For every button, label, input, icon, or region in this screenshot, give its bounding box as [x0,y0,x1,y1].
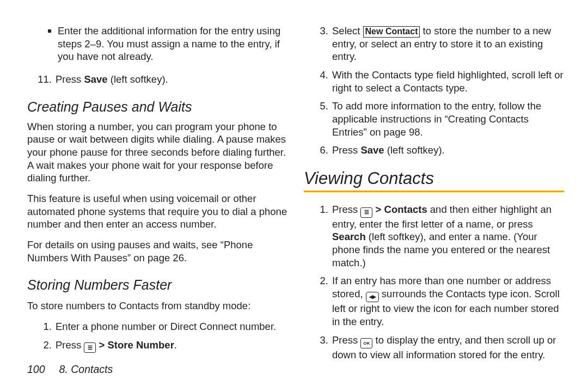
chapter-label: 8. Contacts [59,363,113,375]
page-number: 100 [27,363,45,375]
viewing-step-2: If an entry has more than one number or … [331,274,564,328]
save-label: Save [84,74,107,85]
storing-step-2: Press > Store Number. [54,339,287,353]
menu-icon [84,342,96,353]
contacts-label: Contacts [384,204,427,215]
store-number-label: Store Number [108,339,174,351]
step-list-11: Press Save (left softkey). [27,68,287,86]
right-step-5: To add more information to the entry, fo… [331,100,564,138]
right-step-4: With the Contacts type field highlighted… [331,69,564,94]
text: > [96,339,107,351]
text: Press [332,204,360,215]
storing-lead: To store numbers to Contacts from standb… [27,299,287,313]
ok-icon [360,338,372,348]
text: . [174,339,177,351]
new-contact-key: New Contact [363,26,420,38]
storing-step-1: Enter a phone number or Direct Connect n… [54,320,287,333]
para-pauses-3: For details on using pauses and waits, s… [27,238,287,264]
heading-viewing-contacts: Viewing Contacts [304,169,564,192]
right-step-6: Press Save (left softkey). [331,144,564,157]
text: > [372,204,384,215]
heading-pauses-waits: Creating Pauses and Waits [27,99,287,115]
text: Press [56,74,84,85]
sub-bullet-additional-info: Enter the additional information for the… [42,24,287,63]
save-label: Save [360,144,384,156]
para-pauses-1: When storing a number, you can program y… [27,120,287,185]
right-column: Select New Contact to store the number t… [304,24,564,381]
viewing-step-1: Press > Contacts and then either highlig… [331,203,564,269]
text: Press [332,334,360,346]
right-steps-3-6: Select New Contact to store the number t… [304,24,564,157]
text: Press [56,339,84,351]
storing-steps: Enter a phone number or Direct Connect n… [27,315,287,353]
right-step-3: Select New Contact to store the number t… [331,24,564,63]
para-pauses-2: This feature is useful when using voicem… [27,192,287,231]
left-column: Enter the additional information for the… [27,24,287,381]
search-label: Search [332,231,366,242]
page-footer: 1008. Contacts [27,363,113,376]
text: Press [332,144,360,156]
menu-icon [360,207,372,218]
text: Select [332,25,363,36]
viewing-step-3: Press to display the entry, and then scr… [331,334,564,362]
text: (left softkey). [384,144,445,156]
page: Enter the additional information for the… [0,0,588,392]
text: (left softkey). [108,74,168,85]
heading-storing-faster: Storing Numbers Faster [27,277,287,293]
viewing-steps: Press > Contacts and then either highlig… [304,198,564,362]
scroll-arrows-icon [366,292,379,302]
step-11: Press Save (left softkey). [54,73,287,86]
